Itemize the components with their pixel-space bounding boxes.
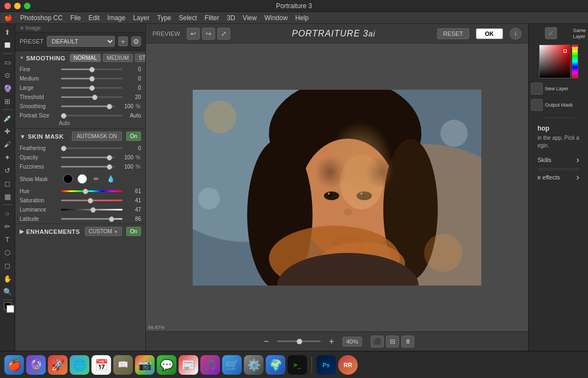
show-mask-white-swatch[interactable] xyxy=(77,174,87,184)
large-slider[interactable] xyxy=(61,87,122,89)
maximize-button[interactable] xyxy=(24,3,30,9)
mask-tool-dropper[interactable]: 💧 xyxy=(106,174,115,184)
ok-button[interactable]: OK xyxy=(476,28,504,39)
minimize-button[interactable] xyxy=(14,3,21,9)
fine-slider[interactable] xyxy=(61,69,122,70)
dock-icon-music[interactable]: 🎵 xyxy=(200,355,220,375)
view-btn-split[interactable]: ⊟ xyxy=(386,336,399,348)
threshold-thumb[interactable] xyxy=(92,95,97,100)
zoom-out-button[interactable]: − xyxy=(260,335,273,348)
tool-crop[interactable]: ⊞ xyxy=(2,95,14,107)
medium-slider[interactable] xyxy=(61,78,122,79)
tool-marquee[interactable]: ▭ xyxy=(2,56,14,68)
close-button[interactable] xyxy=(4,3,11,9)
zoom-level-display[interactable]: 40% xyxy=(342,337,362,346)
enhancements-on-button[interactable]: On xyxy=(126,227,141,236)
foreground-color[interactable] xyxy=(4,302,11,310)
opacity-thumb[interactable] xyxy=(107,155,112,160)
tool-brush[interactable]: 🖌 xyxy=(2,138,14,150)
extra-button[interactable]: ⤢ xyxy=(217,28,230,40)
mask-tool-pencil[interactable]: ✏ xyxy=(91,174,101,184)
tool-hand[interactable]: ✋ xyxy=(2,272,14,284)
luminance-thumb[interactable] xyxy=(90,207,96,213)
saturation-slider[interactable] xyxy=(61,200,122,201)
smoothing-slider[interactable] xyxy=(61,106,115,107)
dock-icon-news[interactable]: 📰 xyxy=(179,355,198,375)
hue-thumb[interactable] xyxy=(83,189,88,194)
view-btn-pause[interactable]: ⏸ xyxy=(401,336,414,348)
zoom-in-button[interactable]: + xyxy=(325,335,338,348)
large-thumb[interactable] xyxy=(89,85,95,91)
output-mask-checkbox[interactable] xyxy=(531,99,543,111)
badge-medium[interactable]: MEDIUM xyxy=(103,54,133,62)
menu-3d[interactable]: 3D xyxy=(227,14,235,22)
menu-photoshop[interactable]: Photoshop CC xyxy=(20,14,63,22)
dock-icon-launchpad[interactable]: 🚀 xyxy=(48,355,68,375)
redo-button[interactable]: ↪ xyxy=(202,28,215,40)
settings-button[interactable]: ⚙ xyxy=(131,36,141,46)
new-layer-checkbox[interactable] xyxy=(531,83,543,95)
tool-eyedropper[interactable]: 💉 xyxy=(2,112,14,124)
tool-path[interactable]: ⬡ xyxy=(2,246,14,258)
menu-type[interactable]: Type xyxy=(157,14,171,22)
threshold-slider[interactable] xyxy=(61,96,122,98)
reset-button[interactable]: RESET xyxy=(437,28,469,39)
color-swatches[interactable] xyxy=(4,302,11,310)
dock-icon-settings[interactable]: ⚙️ xyxy=(244,355,264,375)
undo-button[interactable]: ↩ xyxy=(187,28,200,40)
menu-file[interactable]: File xyxy=(70,14,81,22)
menu-window[interactable]: Window xyxy=(265,14,288,22)
menu-layer[interactable]: Layer xyxy=(133,14,149,22)
custom-button[interactable]: CUSTOM ▼ xyxy=(85,227,122,236)
zoom-slider[interactable] xyxy=(277,340,321,342)
feathering-slider[interactable] xyxy=(61,147,122,149)
preset-dropdown[interactable]: DEFAULT xyxy=(47,36,115,47)
badge-normal[interactable]: NORMAL xyxy=(70,54,101,62)
hue-slider[interactable] xyxy=(61,190,122,192)
menu-edit[interactable]: Edit xyxy=(88,14,100,22)
dock-icon-brand[interactable]: RR xyxy=(338,355,358,375)
dock-icon-safari[interactable]: 🌐 xyxy=(70,355,89,375)
badge-strong[interactable]: STRONG xyxy=(135,54,146,62)
skills-arrow[interactable]: › xyxy=(577,155,579,165)
latitude-thumb[interactable] xyxy=(109,216,114,222)
dock-icon-appstore[interactable]: 🛒 xyxy=(222,355,242,375)
fine-thumb[interactable] xyxy=(89,67,95,72)
fuzziness-slider[interactable] xyxy=(61,166,115,168)
smoothing-section-header[interactable]: ▼ SMOOTHING NORMAL MEDIUM STRONG xyxy=(15,51,145,65)
view-btn-single[interactable]: ⬛ xyxy=(371,336,384,348)
automask-button[interactable]: AUTOMASK ON xyxy=(72,132,122,141)
hue-strip[interactable] xyxy=(572,45,578,78)
opacity-slider[interactable] xyxy=(61,157,115,158)
same-layer-check[interactable]: ✓ xyxy=(545,27,557,39)
tool-eraser[interactable]: ◻ xyxy=(2,177,14,189)
dock-icon-photoshop[interactable]: Ps xyxy=(316,355,336,375)
enhancements-header[interactable]: ▶ ENHANCEMENTS CUSTOM ▼ On xyxy=(15,224,145,239)
tool-shape[interactable]: ◻ xyxy=(2,259,14,271)
dock-icon-calendar[interactable]: 📅 xyxy=(91,355,111,375)
show-mask-black-swatch[interactable] xyxy=(63,174,73,184)
menu-help[interactable]: Help xyxy=(295,14,309,22)
tool-dodge[interactable]: ○ xyxy=(2,207,14,219)
tool-pen[interactable]: ✏ xyxy=(2,220,14,232)
skin-mask-on-button[interactable]: On xyxy=(126,132,141,141)
dock-icon-finder[interactable]: 🍎 xyxy=(4,355,24,375)
tool-history[interactable]: ↺ xyxy=(2,164,14,176)
tool-quick-select[interactable]: 🔮 xyxy=(2,82,14,94)
fuzziness-thumb[interactable] xyxy=(107,164,112,170)
menu-apple[interactable]: 🍎 xyxy=(4,14,13,22)
color-picker-gradient[interactable] xyxy=(539,45,571,78)
background-color[interactable] xyxy=(7,305,14,313)
luminance-slider[interactable] xyxy=(61,209,122,210)
portrait-size-thumb[interactable] xyxy=(61,113,66,119)
dock-icon-messages[interactable]: 💬 xyxy=(157,355,176,375)
feathering-thumb[interactable] xyxy=(61,146,66,151)
dock-icon-misc1[interactable]: 📖 xyxy=(113,355,133,375)
effects-arrow[interactable]: › xyxy=(577,172,579,182)
tool-text[interactable]: T xyxy=(2,233,14,245)
smoothing-thumb[interactable] xyxy=(107,104,112,109)
tool-gradient[interactable]: ▦ xyxy=(2,190,14,202)
medium-thumb[interactable] xyxy=(89,76,95,82)
tool-zoom[interactable]: 🔍 xyxy=(2,286,14,298)
tool-move[interactable]: ⬆ xyxy=(2,26,14,38)
